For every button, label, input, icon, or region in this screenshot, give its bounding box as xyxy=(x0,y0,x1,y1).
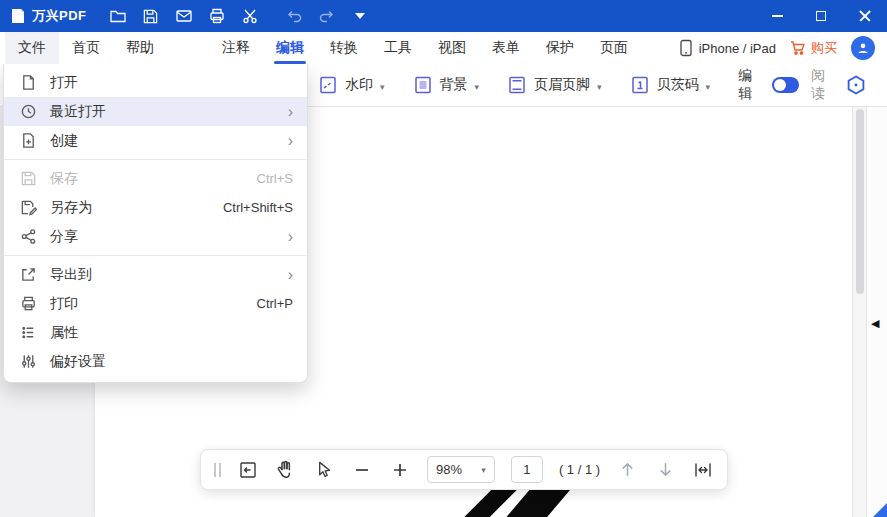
edit-read-toggle[interactable] xyxy=(772,77,799,93)
menu-help[interactable]: 帮助 xyxy=(113,32,167,64)
save-icon[interactable] xyxy=(142,7,160,25)
menu-home[interactable]: 首页 xyxy=(59,32,113,64)
menubar: 文件 首页 帮助 注释 编辑 转换 工具 视图 表单 保护 页面 iPhone … xyxy=(0,32,887,64)
header-footer-button[interactable]: 页眉页脚 ▾ xyxy=(507,75,602,95)
menu-item-create[interactable]: 创建 › xyxy=(4,126,307,155)
page-panel-icon[interactable] xyxy=(237,459,259,481)
customize-toolbar-icon[interactable] xyxy=(351,7,369,25)
open-file-icon[interactable] xyxy=(109,7,127,25)
menu-item-shortcut: Ctrl+S xyxy=(257,171,293,186)
menu-divider xyxy=(4,255,307,256)
menu-item-label: 另存为 xyxy=(50,199,92,217)
share-nodes-icon xyxy=(20,228,37,245)
sliders-icon xyxy=(20,353,37,370)
background-button[interactable]: 背景 ▾ xyxy=(413,75,480,95)
read-mode-label: 阅读 xyxy=(811,67,833,103)
drag-handle[interactable] xyxy=(214,463,221,477)
menu-item-save-as[interactable]: 另存为 Ctrl+Shift+S xyxy=(4,193,307,222)
redo-icon[interactable] xyxy=(318,7,336,25)
undo-icon[interactable] xyxy=(285,7,303,25)
tab-tools[interactable]: 工具 xyxy=(371,32,425,64)
tab-edit[interactable]: 编辑 xyxy=(263,32,317,64)
floppy-pencil-icon xyxy=(20,199,37,216)
email-icon[interactable] xyxy=(175,7,193,25)
menu-item-properties[interactable]: 属性 xyxy=(4,318,307,347)
scissors-icon[interactable] xyxy=(241,7,259,25)
titlebar: 万兴PDF xyxy=(0,0,887,32)
tab-comment[interactable]: 注释 xyxy=(209,32,263,64)
menu-item-label: 导出到 xyxy=(50,266,92,284)
toggle-knob xyxy=(774,79,786,91)
menu-divider xyxy=(4,159,307,160)
right-panel-strip: ◀ xyxy=(866,107,887,517)
menu-item-share[interactable]: 分享 › xyxy=(4,222,307,251)
menu-item-recent-open[interactable]: 最近打开 › xyxy=(4,97,307,126)
bates-number-icon xyxy=(630,75,650,95)
menu-item-open[interactable]: 打开 xyxy=(4,68,307,97)
window-controls xyxy=(755,0,887,32)
menu-item-export-to[interactable]: 导出到 › xyxy=(4,260,307,289)
app-logo: 万兴PDF xyxy=(0,7,95,25)
tab-view[interactable]: 视图 xyxy=(425,32,479,64)
user-avatar[interactable] xyxy=(851,36,875,60)
open-doc-icon xyxy=(20,74,37,91)
minimize-button[interactable] xyxy=(755,0,799,32)
menu-item-shortcut: Ctrl+P xyxy=(257,296,293,311)
menu-item-label: 偏好设置 xyxy=(50,353,106,371)
buy-label: 购买 xyxy=(811,39,837,57)
hand-tool-icon[interactable] xyxy=(275,459,297,481)
zoom-select[interactable]: 98% ▾ xyxy=(427,456,495,483)
mode-switcher: 编辑 阅读 xyxy=(738,67,887,103)
print-icon[interactable] xyxy=(208,7,226,25)
chevron-down-icon: ▾ xyxy=(597,82,602,92)
app-logo-icon xyxy=(10,8,26,24)
hexagon-ai-icon[interactable] xyxy=(845,74,867,96)
file-dropdown-menu: 打开 最近打开 › 创建 › 保存 Ctrl+S 另存为 Ctrl+Shift+… xyxy=(3,64,308,383)
resize-grip[interactable] xyxy=(873,503,887,517)
tab-page[interactable]: 页面 xyxy=(587,32,641,64)
vertical-scrollbar[interactable] xyxy=(852,107,866,517)
collapse-panel-icon[interactable]: ◀ xyxy=(871,318,879,329)
menu-item-print[interactable]: 打印 Ctrl+P xyxy=(4,289,307,318)
clock-icon xyxy=(20,103,37,120)
list-icon xyxy=(20,324,37,341)
menu-item-save[interactable]: 保存 Ctrl+S xyxy=(4,164,307,193)
printer-icon xyxy=(20,295,37,312)
maximize-button[interactable] xyxy=(799,0,843,32)
menubar-right: iPhone / iPad 购买 xyxy=(679,36,887,60)
header-footer-icon xyxy=(507,75,527,95)
watermark-icon xyxy=(318,75,338,95)
select-tool-icon[interactable] xyxy=(313,459,335,481)
zoom-in-icon[interactable] xyxy=(389,459,411,481)
chevron-down-icon: ▾ xyxy=(380,82,385,92)
background-icon xyxy=(413,75,433,95)
watermark-button[interactable]: 水印 ▾ xyxy=(318,75,385,95)
tab-convert[interactable]: 转换 xyxy=(317,32,371,64)
menu-file[interactable]: 文件 xyxy=(5,32,59,64)
tab-form[interactable]: 表单 xyxy=(479,32,533,64)
menu-item-preferences[interactable]: 偏好设置 xyxy=(4,347,307,376)
chevron-down-icon: ▾ xyxy=(706,82,711,92)
buy-button[interactable]: 购买 xyxy=(790,39,837,57)
previous-page-icon[interactable] xyxy=(616,459,638,481)
close-button[interactable] xyxy=(843,0,887,32)
zoom-out-icon[interactable] xyxy=(351,459,373,481)
chevron-down-icon: ▾ xyxy=(475,82,480,92)
header-footer-label: 页眉页脚 xyxy=(534,76,590,94)
history-group xyxy=(285,7,369,25)
fit-width-icon[interactable] xyxy=(692,459,714,481)
bates-number-button[interactable]: 贝茨码 ▾ xyxy=(630,75,711,95)
chevron-down-icon: ▾ xyxy=(481,465,486,475)
page-count-label: ( 1 / 1 ) xyxy=(559,462,600,477)
menu-item-label: 打印 xyxy=(50,295,78,313)
menu-item-label: 最近打开 xyxy=(50,103,106,121)
page-number-input[interactable] xyxy=(511,456,543,483)
next-page-icon[interactable] xyxy=(654,459,676,481)
menu-item-label: 分享 xyxy=(50,228,78,246)
device-link[interactable]: iPhone / iPad xyxy=(679,39,776,57)
watermark-label: 水印 xyxy=(345,76,373,94)
tab-protect[interactable]: 保护 xyxy=(533,32,587,64)
scrollbar-thumb[interactable] xyxy=(856,109,864,294)
background-label: 背景 xyxy=(440,76,468,94)
submenu-arrow-icon: › xyxy=(288,229,293,245)
